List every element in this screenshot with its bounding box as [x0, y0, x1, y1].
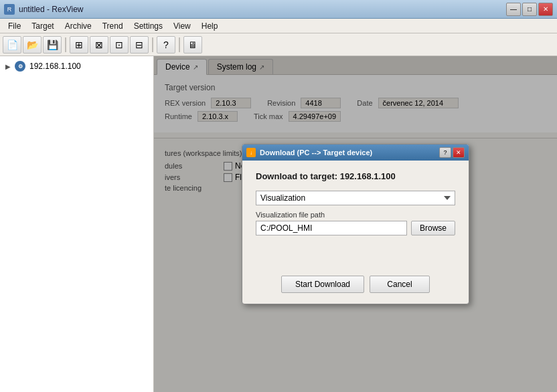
- toolbar-new[interactable]: 📄: [3, 36, 21, 54]
- dialog-spacer: [256, 243, 455, 270]
- toolbar-connect[interactable]: 🖥: [183, 36, 202, 54]
- dialog-close-button[interactable]: ✕: [453, 147, 465, 158]
- toolbar-help[interactable]: ?: [157, 36, 175, 54]
- toolbar-btn5[interactable]: ⊠: [90, 36, 108, 54]
- sidebar: ▶ ⚙ 192.168.1.100: [0, 56, 154, 392]
- dialog-body: Download to target: 192.168.1.100 Visual…: [242, 161, 469, 304]
- menu-settings[interactable]: Settings: [129, 20, 168, 32]
- download-type-select[interactable]: Visualization Project: [256, 191, 455, 205]
- toolbar-open[interactable]: 📂: [23, 36, 42, 54]
- toolbar-sep2: [152, 37, 153, 52]
- dialog-title-left: ↓ Download (PC --> Target device): [246, 148, 372, 157]
- toolbar-sep3: [179, 37, 180, 52]
- dialog-help-button[interactable]: ?: [439, 147, 451, 158]
- file-path-row: Browse: [256, 221, 455, 235]
- menu-bar: File Target Archive Trend Settings View …: [0, 19, 557, 33]
- window-title: untitled - RexView: [19, 5, 84, 14]
- dialog-title-text: Download (PC --> Target device): [260, 149, 372, 157]
- menu-help[interactable]: Help: [196, 20, 224, 32]
- download-dialog: ↓ Download (PC --> Target device) ? ✕ Do…: [242, 144, 469, 304]
- main-layout: ▶ ⚙ 192.168.1.100 Device ↗ System log ↗ …: [0, 56, 557, 392]
- toolbar-sep1: [65, 37, 66, 52]
- file-path-input[interactable]: [256, 221, 407, 235]
- app-icon: R: [4, 4, 15, 15]
- dialog-dropdown-row: Visualization Project: [256, 191, 455, 205]
- start-download-button[interactable]: Start Download: [281, 276, 364, 293]
- toolbar-save[interactable]: 💾: [43, 36, 62, 54]
- file-path-label: Visualization file path: [256, 211, 455, 219]
- menu-trend[interactable]: Trend: [97, 20, 129, 32]
- sidebar-device-item[interactable]: ▶ ⚙ 192.168.1.100: [0, 59, 153, 74]
- minimize-button[interactable]: —: [506, 3, 521, 16]
- toolbar-btn4[interactable]: ⊞: [70, 36, 88, 54]
- dialog-heading: Download to target: 192.168.1.100: [256, 171, 455, 181]
- device-ip-label: 192.168.1.100: [29, 62, 81, 71]
- cancel-button[interactable]: Cancel: [370, 276, 430, 293]
- title-bar: R untitled - RexView — □ ✕: [0, 0, 557, 19]
- window-controls[interactable]: — □ ✕: [506, 3, 553, 16]
- toolbar: 📄 📂 💾 ⊞ ⊠ ⊡ ⊟ ? 🖥: [0, 33, 557, 56]
- dialog-title-icon: ↓: [246, 148, 256, 157]
- toolbar-btn6[interactable]: ⊡: [110, 36, 129, 54]
- content-area: Device ↗ System log ↗ Target version REX…: [154, 56, 557, 392]
- title-bar-left: R untitled - RexView: [4, 4, 84, 15]
- dialog-title-bar: ↓ Download (PC --> Target device) ? ✕: [242, 144, 469, 161]
- maximize-button[interactable]: □: [522, 3, 537, 16]
- menu-file[interactable]: File: [3, 20, 26, 32]
- browse-button[interactable]: Browse: [411, 221, 455, 235]
- dialog-footer: Start Download Cancel: [256, 270, 455, 293]
- device-icon: ⚙: [15, 61, 25, 72]
- dialog-title-buttons[interactable]: ? ✕: [439, 147, 465, 158]
- close-window-button[interactable]: ✕: [538, 3, 553, 16]
- menu-view[interactable]: View: [168, 20, 196, 32]
- toolbar-btn7[interactable]: ⊟: [130, 36, 149, 54]
- tree-arrow-icon: ▶: [5, 63, 11, 70]
- modal-overlay: ↓ Download (PC --> Target device) ? ✕ Do…: [154, 56, 557, 392]
- menu-archive[interactable]: Archive: [60, 20, 97, 32]
- menu-target[interactable]: Target: [26, 20, 59, 32]
